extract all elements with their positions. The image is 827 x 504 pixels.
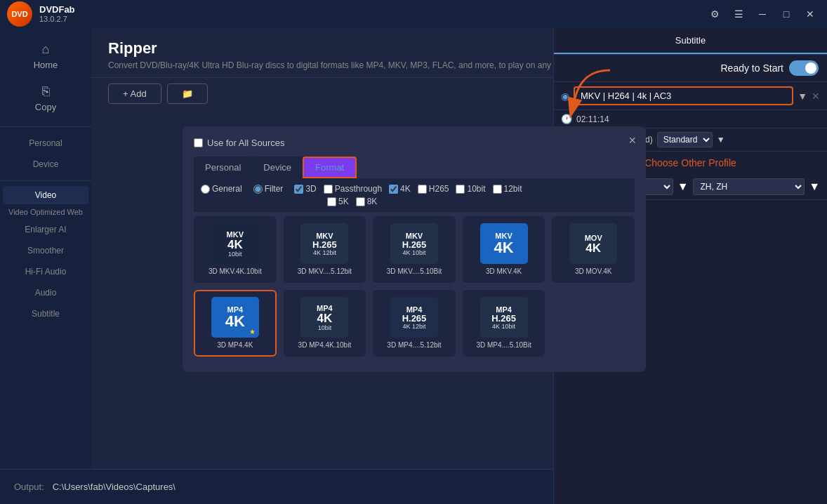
checkbox-8k-label[interactable]: 8K bbox=[356, 197, 378, 206]
checkbox-passthrough[interactable] bbox=[324, 185, 333, 194]
minimize-button[interactable]: ─ bbox=[753, 4, 772, 24]
ready-text: Ready to Start bbox=[721, 62, 784, 74]
profile-remove-icon[interactable]: ✕ bbox=[812, 91, 820, 102]
profile-badge: MP4 H.265 4K 10bit bbox=[480, 297, 528, 338]
profile-mkv-h265-12bit[interactable]: MKV H.265 4K 12bit 3D MKV....5.12bit bbox=[284, 216, 366, 283]
app-logo: DVD bbox=[7, 1, 32, 27]
titlebar: DVD DVDFab 13.0.2.7 ⚙ ☰ ─ □ ✕ bbox=[0, 0, 827, 28]
checkbox-3d[interactable] bbox=[294, 185, 303, 194]
resolution-dropdown-icon: ▼ bbox=[717, 135, 725, 145]
profile-name: 3D MKV.4K.10bit bbox=[209, 267, 262, 276]
checkbox-10bit[interactable] bbox=[456, 185, 465, 194]
right-panel-tabs: Subtitle bbox=[554, 28, 827, 55]
checkbox-passthrough-label[interactable]: Passthrough bbox=[324, 184, 382, 194]
radio-general-label[interactable]: General bbox=[201, 184, 242, 194]
modal-tab-device[interactable]: Device bbox=[252, 157, 303, 178]
checkbox-5k-label[interactable]: 5K bbox=[327, 197, 349, 206]
profile-mp4-4k[interactable]: MP4 4K ★ 3D MP4.4K bbox=[194, 290, 277, 357]
modal-tabs: Personal Device Format bbox=[194, 157, 635, 178]
profile-badge: MP4 4K 10bit bbox=[300, 297, 348, 338]
format-modal: Use for All Sources × Personal Device Fo… bbox=[183, 126, 646, 372]
filter-row: General Filter 3D Passthrough bbox=[194, 178, 635, 212]
rp-tab-subtitle[interactable]: Subtitle bbox=[554, 28, 827, 54]
checkbox-8k[interactable] bbox=[356, 197, 365, 206]
modal-tab-format[interactable]: Format bbox=[303, 157, 357, 178]
sidebar: ⌂ Home ⎘ Copy Personal Device Video Vide… bbox=[0, 28, 91, 504]
audio-dropdown-icon: ▼ bbox=[677, 180, 689, 193]
radio-general[interactable] bbox=[201, 185, 210, 194]
star-icon: ★ bbox=[249, 328, 256, 336]
radio-filter-label[interactable]: Filter bbox=[253, 184, 284, 194]
profile-badge: MP4 H.265 4K 12bit bbox=[390, 297, 438, 338]
profile-badge: MKV H.265 4K 12bit bbox=[300, 223, 348, 264]
checkbox-5k[interactable] bbox=[327, 197, 336, 206]
profile-badge: MOV 4K bbox=[569, 223, 617, 264]
sidebar-item-home-label: Home bbox=[34, 60, 58, 70]
menu-button[interactable]: ☰ bbox=[729, 4, 748, 24]
profile-mkv-h265-10bit[interactable]: MKV H.265 4K 10bit 3D MKV....5.10Bit bbox=[373, 216, 456, 283]
sidebar-item-home[interactable]: ⌂ Home bbox=[0, 35, 91, 77]
home-icon: ⌂ bbox=[42, 42, 50, 57]
sidebar-nav-web-optimized[interactable]: Video Optimized Web bbox=[0, 205, 91, 219]
checkbox-h265-label[interactable]: H265 bbox=[418, 184, 449, 194]
subtitle-select[interactable]: ZH, ZH bbox=[693, 178, 805, 195]
output-label: Output: bbox=[14, 482, 44, 492]
titlebar-controls: ⚙ ☰ ─ □ ✕ bbox=[705, 4, 820, 24]
checkbox-4k-label[interactable]: 4K bbox=[389, 184, 411, 194]
use-for-all-checkbox[interactable] bbox=[194, 138, 203, 147]
profile-mp4-h265-10bit[interactable]: MP4 H.265 4K 10bit 3D MP4....5.10Bit bbox=[463, 290, 545, 357]
add-disc-button[interactable]: + Add bbox=[108, 84, 161, 104]
settings-button[interactable]: ⚙ bbox=[705, 4, 725, 24]
modal-close-button[interactable]: × bbox=[628, 133, 636, 148]
radio-filter[interactable] bbox=[253, 185, 263, 194]
main-container: ⌂ Home ⎘ Copy Personal Device Video Vide… bbox=[0, 28, 827, 504]
app-version: 13.0.2.7 bbox=[39, 15, 75, 24]
sidebar-nav-hifi-audio[interactable]: Hi-Fi Audio bbox=[0, 261, 91, 282]
sidebar-nav-enlarger-ai[interactable]: Enlarger AI bbox=[0, 219, 91, 240]
profile-mp4-h265-12bit[interactable]: MP4 H.265 4K 12bit 3D MP4....5.12bit bbox=[373, 290, 456, 357]
sidebar-sub-device[interactable]: Device bbox=[0, 154, 91, 175]
maximize-button[interactable]: □ bbox=[776, 4, 796, 24]
profile-grid: MKV 4K 10bit 3D MKV.4K.10bit MKV H.265 4… bbox=[194, 212, 635, 361]
checkbox-h265[interactable] bbox=[418, 185, 427, 194]
sidebar-nav-smoother-ai[interactable]: Smoother bbox=[0, 240, 91, 261]
sidebar-nav-audio[interactable]: Audio bbox=[0, 282, 91, 303]
close-button[interactable]: ✕ bbox=[800, 4, 820, 24]
profile-mkv-4k[interactable]: MKV 4K 3D MKV.4K bbox=[463, 216, 545, 283]
profile-mov-4k[interactable]: MOV 4K 3D MOV.4K bbox=[552, 216, 635, 283]
content-area: Ripper Convert DVD/Blu-ray/4K Ultra HD B… bbox=[91, 28, 827, 504]
sidebar-nav-subtitle[interactable]: Subtitle bbox=[0, 303, 91, 324]
app-name-version: DVDFab 13.0.2.7 bbox=[39, 4, 75, 25]
checkbox-12bit-label[interactable]: 12bit bbox=[493, 184, 522, 194]
sidebar-item-copy-label: Copy bbox=[35, 102, 56, 112]
checkbox-12bit[interactable] bbox=[493, 185, 502, 194]
profile-name: 3D MP4.4K bbox=[217, 340, 253, 350]
profile-badge: MP4 4K ★ bbox=[211, 297, 259, 338]
checkbox-3d-label[interactable]: 3D bbox=[294, 184, 316, 194]
sidebar-nav-video[interactable]: Video bbox=[3, 186, 88, 204]
profile-badge: MKV 4K bbox=[480, 223, 528, 264]
sidebar-item-copy[interactable]: ⎘ Copy bbox=[0, 77, 91, 119]
modal-tab-personal[interactable]: Personal bbox=[194, 157, 252, 178]
profile-dropdown-arrow[interactable]: ▼ bbox=[798, 91, 807, 102]
copy-icon: ⎘ bbox=[42, 84, 50, 99]
use-for-all-label: Use for All Sources bbox=[207, 138, 285, 148]
sidebar-sub-personal[interactable]: Personal bbox=[0, 133, 91, 154]
profile-name: 3D MP4.4K.10bit bbox=[298, 340, 352, 350]
profile-name: 3D MP4....5.10Bit bbox=[476, 340, 531, 350]
checkbox-10bit-label[interactable]: 10bit bbox=[456, 184, 485, 194]
profile-mp4-4k-10bit[interactable]: MP4 4K 10bit 3D MP4.4K.10bit bbox=[284, 290, 366, 357]
profile-name: 3D MP4....5.12bit bbox=[387, 340, 441, 350]
resolution-select[interactable]: Standard High bbox=[657, 132, 713, 147]
app-name: DVDFab bbox=[39, 4, 75, 15]
open-folder-button[interactable]: 📁 bbox=[167, 84, 208, 104]
profile-mkv-4k-10bit[interactable]: MKV 4K 10bit 3D MKV.4K.10bit bbox=[194, 216, 277, 283]
profile-badge: MKV H.265 4K 10bit bbox=[390, 223, 438, 264]
checkbox-4k[interactable] bbox=[389, 185, 398, 194]
profile-name: 3D MOV.4K bbox=[575, 267, 611, 276]
profile-name: 3D MKV....5.12bit bbox=[298, 267, 352, 276]
profile-badge: MKV 4K 10bit bbox=[211, 223, 259, 264]
output-path: C:\Users\fab\Videos\Captures\ bbox=[53, 482, 626, 492]
ready-toggle[interactable] bbox=[789, 60, 819, 76]
subtitle-dropdown-icon: ▼ bbox=[809, 180, 820, 193]
